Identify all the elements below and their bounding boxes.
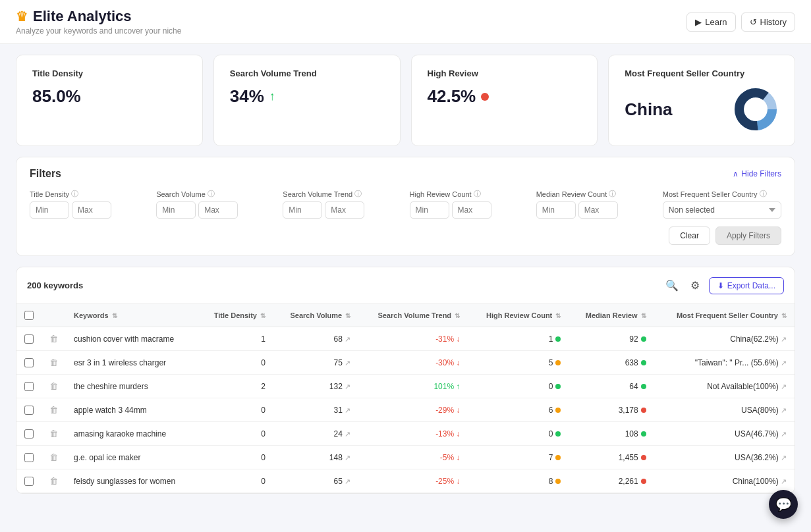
th-delete (42, 304, 66, 327)
row-seller-country: Not Available(100%) ↗ (654, 375, 795, 398)
chart-icon: ↗ (345, 406, 350, 414)
metric-sc-label: Most Frequent Seller Country (625, 68, 779, 78)
filters-actions: Clear Apply Filters (30, 226, 781, 245)
trend-arrow-icon: ↓ (456, 358, 460, 367)
th-keywords: Keywords ⇅ (66, 304, 198, 327)
sort-icon-sc[interactable]: ⇅ (781, 312, 787, 319)
filter-title-density: Title Density ⓘ (30, 189, 148, 219)
row-seller-country: USA(36.2%) ↗ (654, 446, 795, 469)
row-checkbox-6[interactable] (24, 477, 34, 486)
hrc-min-input[interactable] (410, 201, 449, 219)
row-hrc: 0 (468, 375, 569, 398)
delete-row-button[interactable]: 🗑 (49, 476, 58, 486)
metric-title-density-label: Title Density (32, 68, 186, 78)
title-density-max-input[interactable] (72, 201, 111, 219)
delete-row-button[interactable]: 🗑 (49, 452, 58, 462)
hrc-max-input[interactable] (452, 201, 491, 219)
table-body: 🗑 cushion cover with macrame 1 68 ↗ -31%… (16, 327, 795, 493)
sort-icon-hrc[interactable]: ⇅ (555, 312, 561, 319)
chevron-up-icon: ∧ (733, 169, 739, 178)
filter-hrc: High Review Count ⓘ (410, 189, 528, 219)
delete-row-button[interactable]: 🗑 (49, 405, 58, 415)
sv-max-input[interactable] (198, 201, 238, 219)
filters-header: Filters ∧ Hide Filters (30, 168, 781, 180)
row-keyword: feisdy sunglasses for women (66, 469, 198, 493)
row-seller-country: China(62.2%) ↗ (654, 327, 795, 351)
row-select-cell (16, 327, 42, 351)
row-median-review: 1,455 (569, 446, 654, 469)
row-checkbox-0[interactable] (24, 334, 34, 344)
row-hrc: 6 (468, 398, 569, 422)
row-search-volume: 65 ↗ (273, 469, 358, 493)
th-title-density: Title Density ⇅ (198, 304, 273, 327)
filter-svt-label: Search Volume Trend ⓘ (283, 189, 401, 199)
row-delete-cell: 🗑 (42, 446, 66, 469)
apply-filters-button[interactable]: Apply Filters (715, 226, 781, 245)
row-seller-country: "Taiwan": " Pr... (55.6%) ↗ (654, 351, 795, 375)
settings-button[interactable]: ⚙ (688, 277, 702, 294)
svt-min-input[interactable] (283, 201, 322, 219)
row-svt: 101% ↑ (358, 375, 468, 398)
search-button[interactable]: 🔍 (663, 277, 681, 294)
delete-row-button[interactable]: 🗑 (49, 429, 58, 439)
info-icon-sv[interactable]: ⓘ (208, 189, 215, 199)
info-icon-mrc[interactable]: ⓘ (609, 189, 616, 199)
mr-dot (641, 384, 646, 389)
hide-filters-button[interactable]: ∧ Hide Filters (733, 169, 781, 178)
learn-button[interactable]: ▶ Learn (686, 13, 735, 32)
filter-hrc-inputs (410, 201, 528, 219)
red-dot-icon (481, 93, 489, 101)
row-title-density: 1 (198, 327, 273, 351)
row-checkbox-1[interactable] (24, 358, 34, 367)
select-all-checkbox[interactable] (24, 311, 34, 320)
delete-row-button[interactable]: 🗑 (49, 334, 58, 344)
row-svt: -31% ↓ (358, 327, 468, 351)
export-button[interactable]: ⬇ Export Data... (709, 277, 784, 294)
row-select-cell (16, 422, 42, 446)
history-button[interactable]: ↺ History (741, 13, 795, 32)
row-delete-cell: 🗑 (42, 422, 66, 446)
row-checkbox-5[interactable] (24, 453, 34, 462)
metric-seller-country: Most Frequent Seller Country China (608, 55, 795, 146)
row-hrc: 5 (468, 351, 569, 375)
row-select-cell (16, 375, 42, 398)
metric-svt-value: 34% ↑ (230, 86, 384, 107)
delete-row-button[interactable]: 🗑 (49, 381, 58, 391)
table-row: 🗑 feisdy sunglasses for women 0 65 ↗ -25… (16, 469, 795, 493)
info-icon-hrc[interactable]: ⓘ (474, 189, 481, 199)
mrc-max-input[interactable] (578, 201, 618, 219)
info-icon[interactable]: ⓘ (71, 189, 78, 199)
sv-min-input[interactable] (156, 201, 196, 219)
svt-max-input[interactable] (325, 201, 364, 219)
row-checkbox-3[interactable] (24, 406, 34, 415)
row-checkbox-4[interactable] (24, 429, 34, 439)
top-bar: ♛ Elite Analytics Analyze your keywords … (0, 0, 811, 44)
sort-icon-mr[interactable]: ⇅ (641, 312, 646, 319)
seller-country-select[interactable]: Non selected China USA Taiwan Japan (663, 201, 781, 219)
download-icon: ⬇ (717, 281, 724, 290)
info-icon-svt[interactable]: ⓘ (354, 189, 362, 199)
hrc-dot (555, 479, 561, 484)
table-row: 🗑 esr 3 in 1 wireless charger 0 75 ↗ -30… (16, 351, 795, 375)
sort-icon-keywords[interactable]: ⇅ (112, 312, 117, 319)
country-link-icon: ↗ (781, 406, 787, 414)
info-icon-sc[interactable]: ⓘ (760, 189, 767, 199)
title-density-min-input[interactable] (30, 201, 69, 219)
clear-button[interactable]: Clear (669, 226, 710, 245)
filter-seller-country: Most Frequent Seller Country ⓘ Non selec… (663, 189, 781, 219)
country-link-icon: ↗ (781, 430, 787, 438)
sort-icon-svt[interactable]: ⇅ (455, 312, 460, 319)
main-content: Title Density 85.0% Search Volume Trend … (0, 44, 811, 504)
delete-row-button[interactable]: 🗑 (49, 358, 58, 367)
row-search-volume: 75 ↗ (273, 351, 358, 375)
row-svt: -13% ↓ (358, 422, 468, 446)
chart-icon: ↗ (345, 454, 350, 462)
sort-icon-td[interactable]: ⇅ (260, 312, 266, 319)
row-checkbox-2[interactable] (24, 382, 34, 391)
mrc-min-input[interactable] (536, 201, 576, 219)
trend-arrow-icon: ↓ (456, 453, 460, 462)
filter-mrc: Median Review Count ⓘ (536, 189, 655, 219)
sort-icon-sv[interactable]: ⇅ (345, 312, 350, 319)
hrc-dot (555, 360, 561, 365)
mr-dot (641, 431, 646, 437)
